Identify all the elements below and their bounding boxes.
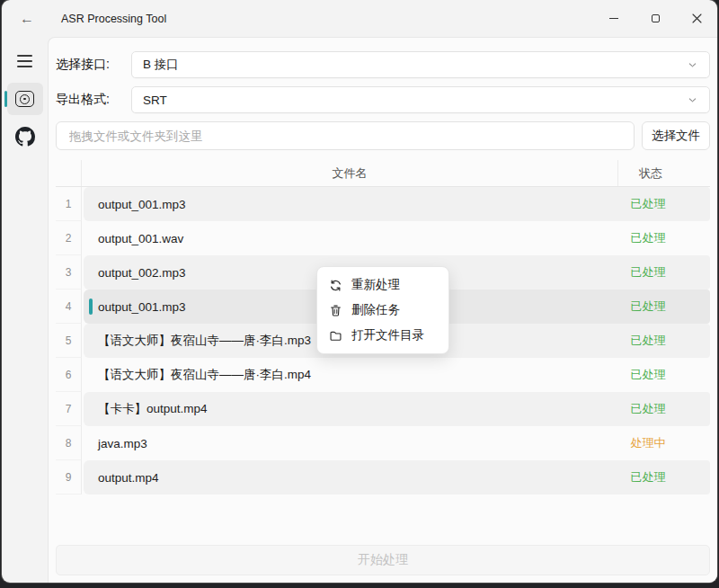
back-button[interactable]: ← — [11, 5, 43, 32]
format-select-value: SRT — [143, 94, 687, 107]
row-status-badge: 已处理 — [618, 358, 710, 392]
row-status-badge: 已处理 — [618, 460, 710, 494]
chevron-down-icon — [687, 94, 698, 106]
table-row[interactable]: 1 output_001.mp3 已处理 — [56, 187, 710, 221]
minimize-button[interactable] — [593, 0, 635, 37]
row-status-badge: 已处理 — [618, 324, 710, 358]
menu-item-label: 删除任务 — [351, 302, 400, 318]
footer: 开始处理 — [56, 545, 710, 575]
window-title: ASR Processing Tool — [61, 13, 166, 25]
table-header: 文件名 状态 — [56, 160, 710, 187]
app-window: ← ASR Processing Tool — [2, 0, 717, 583]
table-row[interactable]: 6 【语文大师】夜宿山寺——唐·李白.mp4 已处理 — [56, 358, 710, 392]
row-index: 9 — [56, 460, 82, 494]
row-status-badge: 已处理 — [618, 221, 710, 255]
minimize-icon — [609, 18, 618, 19]
row-status-badge: 处理中 — [618, 426, 710, 460]
header-filename: 文件名 — [82, 160, 618, 186]
menu-item-label: 打开文件目录 — [351, 327, 424, 343]
header-status: 状态 — [618, 160, 710, 186]
row-filename: java.mp3 — [84, 426, 618, 460]
table-row[interactable]: 9 output.mp4 已处理 — [56, 460, 710, 494]
row-index: 2 — [56, 221, 82, 255]
row-index: 3 — [56, 255, 82, 290]
format-label: 导出格式: — [56, 92, 131, 108]
row-filename: 【语文大师】夜宿山寺——唐·李白.mp4 — [84, 358, 618, 392]
menu-button[interactable] — [7, 45, 43, 77]
maximize-button[interactable] — [635, 0, 676, 37]
row-index: 5 — [56, 324, 82, 358]
table-row[interactable]: 8 java.mp3 处理中 — [56, 426, 710, 460]
menu-item-open-folder[interactable]: 打开文件目录 — [317, 323, 448, 348]
sidebar-item-recorder[interactable] — [7, 83, 43, 115]
interface-select[interactable]: B 接口 — [131, 51, 710, 78]
row-index: 8 — [56, 426, 82, 460]
row-index: 6 — [56, 358, 82, 392]
menu-item-reprocess[interactable]: 重新处理 — [317, 272, 448, 298]
row-filename: output_001.wav — [84, 221, 618, 255]
start-processing-button[interactable]: 开始处理 — [56, 545, 710, 575]
maximize-icon — [652, 14, 660, 22]
github-icon — [15, 127, 35, 147]
row-index: 4 — [56, 290, 82, 324]
choose-file-button[interactable]: 选择文件 — [642, 121, 710, 150]
sidebar — [2, 37, 48, 583]
row-index: 1 — [56, 187, 82, 221]
refresh-icon — [329, 279, 342, 292]
row-status-badge: 已处理 — [618, 290, 710, 324]
close-icon — [692, 13, 702, 23]
interface-select-value: B 接口 — [143, 57, 687, 73]
row-status-badge: 已处理 — [618, 392, 710, 426]
arrow-left-icon: ← — [20, 12, 34, 26]
context-menu: 重新处理 删除任务 打开文件目录 — [316, 266, 449, 354]
titlebar: ← ASR Processing Tool — [2, 0, 717, 37]
table-row[interactable]: 7 【卡卡】output.mp4 已处理 — [56, 392, 710, 426]
header-index — [56, 160, 82, 186]
row-status-badge: 已处理 — [618, 187, 710, 221]
hamburger-icon — [17, 55, 32, 67]
menu-item-delete[interactable]: 删除任务 — [317, 298, 448, 323]
menu-item-label: 重新处理 — [351, 277, 400, 293]
selected-item-accent — [4, 91, 7, 107]
row-status-badge: 已处理 — [618, 255, 710, 290]
sidebar-item-github[interactable] — [7, 120, 43, 153]
chevron-down-icon — [687, 59, 698, 71]
close-button[interactable] — [676, 0, 717, 37]
row-filename: output_001.mp3 — [84, 187, 618, 221]
folder-icon — [329, 329, 342, 343]
interface-label: 选择接口: — [56, 57, 131, 73]
row-filename: 【卡卡】output.mp4 — [84, 392, 618, 426]
desktop-background: ← ASR Processing Tool — [0, 0, 719, 588]
format-select[interactable]: SRT — [131, 86, 710, 113]
table-row[interactable]: 2 output_001.wav 已处理 — [56, 221, 710, 255]
trash-icon — [329, 304, 342, 317]
row-index: 7 — [56, 392, 82, 426]
selected-row-accent — [89, 298, 93, 315]
row-filename: output.mp4 — [84, 460, 618, 494]
file-drop-input[interactable] — [56, 121, 635, 150]
record-icon — [15, 91, 34, 107]
